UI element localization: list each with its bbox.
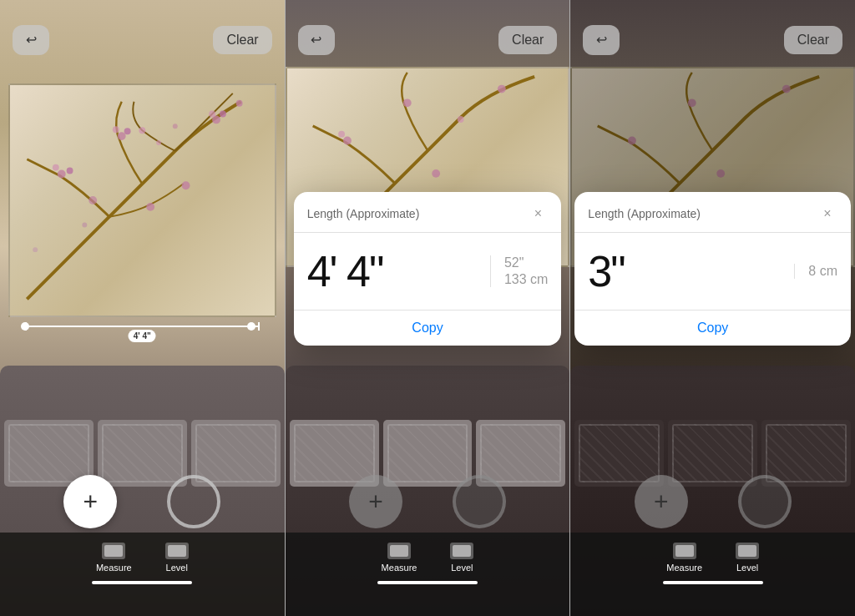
svg-point-18 [343, 137, 352, 145]
measurement-popup-2: Length (Approximate) × 4' 4" 52" 133 cm … [294, 192, 562, 346]
divider-1-2 [285, 0, 286, 616]
level-tab-label-3: Level [736, 563, 758, 573]
svg-point-11 [236, 100, 243, 107]
copy-button-3[interactable]: Copy [697, 321, 728, 336]
shutter-button-2[interactable] [453, 475, 506, 528]
svg-point-26 [717, 169, 726, 178]
popup-secondary-cm-2: 133 cm [504, 272, 548, 287]
measure-tab-label-2: Measure [382, 563, 417, 573]
measure-line: 4' 4" [25, 326, 260, 327]
svg-point-20 [403, 98, 412, 107]
measure-tab-2[interactable]: Measure [382, 543, 417, 573]
svg-point-1 [53, 164, 59, 171]
level-tab-label-2: Level [451, 563, 473, 573]
svg-point-22 [498, 85, 506, 93]
popup-close-button-2[interactable]: × [528, 204, 548, 224]
popup-secondary-2: 52" 133 cm [490, 255, 548, 287]
top-bar-2: ↩ Clear [286, 0, 570, 71]
copy-button-2[interactable]: Copy [412, 321, 443, 336]
back-button-1[interactable]: ↩ [13, 25, 49, 55]
back-button-3[interactable]: ↩ [583, 25, 620, 55]
bottom-bar-3: Measure Level [570, 533, 855, 616]
svg-point-13 [139, 127, 145, 134]
svg-point-17 [156, 140, 161, 145]
svg-point-9 [209, 111, 215, 118]
measure-tab-1[interactable]: Measure [96, 543, 132, 573]
popup-header-2: Length (Approximate) × [294, 192, 562, 233]
level-tab-icon-2 [450, 543, 473, 559]
svg-point-6 [146, 203, 154, 211]
panel-3: ↩ Clear Length (Approximate) × 3" 8 cm C… [570, 0, 855, 616]
svg-point-24 [628, 137, 636, 145]
popup-body-2: 4' 4" 52" 133 cm [294, 233, 562, 310]
action-buttons-2: + [286, 475, 570, 528]
level-tab-icon-3 [736, 543, 759, 559]
svg-point-3 [118, 132, 126, 140]
add-point-button-1[interactable]: + [63, 475, 117, 528]
popup-footer-3: Copy [574, 310, 851, 346]
svg-point-12 [89, 196, 97, 204]
level-tab-label-1: Level [166, 563, 188, 573]
shutter-button-3[interactable] [738, 475, 792, 528]
bottom-tabs-2: Measure Level [382, 543, 474, 573]
svg-point-2 [67, 168, 73, 174]
panel-2: ↩ Clear Length (Approximate) × 4' 4" 52"… [286, 0, 570, 616]
measure-dot-start [21, 322, 29, 331]
level-tab-2[interactable]: Level [450, 543, 473, 573]
shutter-button-1[interactable] [167, 475, 220, 528]
clear-button-1[interactable]: Clear [213, 26, 271, 54]
popup-footer-2: Copy [294, 310, 562, 346]
bottom-tabs-3: Measure Level [666, 543, 759, 573]
wall-painting-1 [8, 83, 276, 317]
clear-button-3[interactable]: Clear [784, 26, 842, 54]
popup-secondary-cm-3: 8 cm [808, 264, 837, 279]
measure-tab-icon-3 [673, 543, 696, 559]
svg-point-5 [124, 128, 131, 134]
measure-tab-label-3: Measure [666, 563, 702, 573]
bottom-bar-1: Measure Level [0, 533, 285, 616]
add-point-button-3[interactable]: + [635, 475, 688, 528]
bottom-tabs-1: Measure Level [96, 543, 189, 573]
back-button-2[interactable]: ↩ [298, 25, 335, 55]
svg-point-4 [113, 126, 119, 133]
measure-label: 4' 4" [129, 330, 156, 342]
svg-point-14 [33, 247, 38, 252]
divider-2-3 [569, 0, 570, 616]
measure-dot-end [247, 322, 255, 331]
popup-title-3: Length (Approximate) [588, 207, 701, 220]
home-indicator-3 [663, 581, 763, 584]
home-indicator-1 [92, 581, 192, 584]
level-tab-3[interactable]: Level [736, 543, 759, 573]
top-bar-1: ↩ Clear [0, 0, 285, 71]
svg-point-25 [688, 98, 696, 107]
svg-point-16 [173, 124, 178, 129]
action-buttons-1: + [0, 475, 285, 528]
bottom-bar-2: Measure Level [286, 533, 570, 616]
popup-title-2: Length (Approximate) [307, 207, 420, 220]
popup-secondary-inches-2: 52" [504, 255, 524, 270]
svg-point-23 [457, 116, 463, 123]
clear-button-2[interactable]: Clear [498, 26, 557, 54]
add-point-button-2[interactable]: + [349, 475, 402, 528]
level-tab-icon [165, 543, 189, 559]
popup-secondary-3: 8 cm [794, 264, 837, 279]
level-tab-1[interactable]: Level [165, 543, 189, 573]
panel-1: 4' 4" ↩ Clear + Measure Level [0, 0, 285, 616]
svg-point-0 [58, 170, 66, 179]
popup-header-3: Length (Approximate) × [574, 192, 851, 233]
measure-tab-label-1: Measure [96, 563, 132, 573]
svg-point-27 [782, 85, 791, 93]
svg-point-21 [432, 169, 440, 178]
action-buttons-3: + [570, 475, 855, 528]
svg-point-19 [338, 131, 345, 138]
measure-tab-icon-2 [387, 543, 411, 559]
home-indicator-2 [377, 581, 478, 584]
measurement-popup-3: Length (Approximate) × 3" 8 cm Copy [574, 192, 851, 346]
svg-point-10 [220, 111, 226, 118]
top-bar-3: ↩ Clear [570, 0, 855, 71]
popup-main-value-3: 3" [588, 246, 794, 296]
popup-body-3: 3" 8 cm [574, 233, 851, 310]
popup-main-value-2: 4' 4" [307, 246, 490, 296]
measure-tab-3[interactable]: Measure [666, 543, 702, 573]
popup-close-button-3[interactable]: × [817, 204, 837, 224]
